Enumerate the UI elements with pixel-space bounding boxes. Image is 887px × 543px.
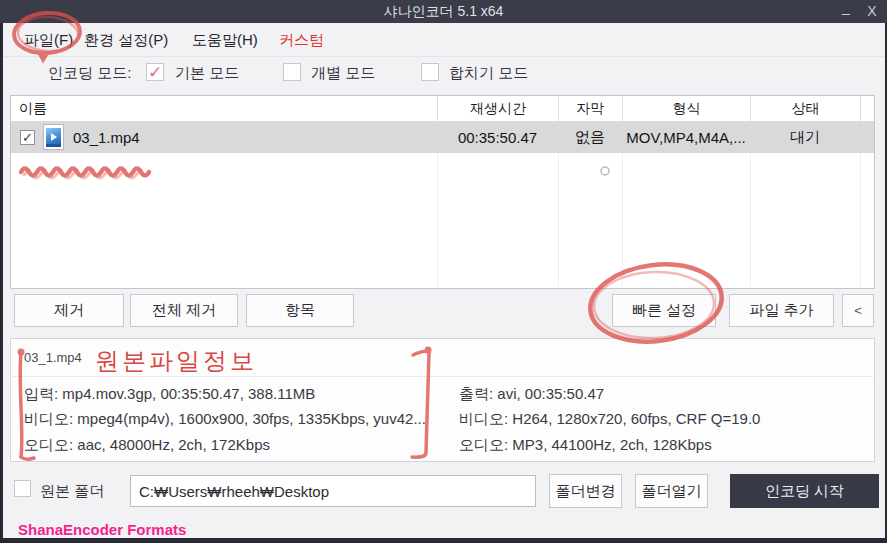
input-info-line: 입력: mp4.mov.3gp, 00:35:50.47, 388.11MB <box>24 385 315 404</box>
menu-settings[interactable]: 환경 설정(P) <box>84 31 168 50</box>
start-encoding-button[interactable]: 인코딩 시작 <box>730 474 879 508</box>
column-line <box>860 153 861 287</box>
open-folder-button[interactable]: 폴더열기 <box>635 474 708 508</box>
output-audio-line: 오디오: MP3, 44100Hz, 2ch, 128Kbps <box>459 436 712 455</box>
column-header-duration[interactable]: 재생시간 <box>437 96 558 121</box>
encoding-mode-label: 인코딩 모드: <box>48 64 131 83</box>
menu-custom[interactable]: 커스텀 <box>279 31 324 50</box>
file-name: 03_1.mp4 <box>73 129 140 146</box>
column-header-format[interactable]: 형식 <box>622 96 750 121</box>
row-checkbox[interactable] <box>20 130 35 145</box>
file-duration: 00:35:50.47 <box>437 121 558 153</box>
column-header-status[interactable]: 상태 <box>750 96 860 121</box>
remove-button[interactable]: 제거 <box>14 294 124 327</box>
column-line <box>622 153 623 287</box>
column-line <box>750 153 751 287</box>
source-folder-checkbox[interactable] <box>14 480 31 497</box>
item-button[interactable]: 항목 <box>246 294 354 327</box>
change-folder-button[interactable]: 폴더변경 <box>549 474 622 508</box>
output-video-line: 비디오: H264, 1280x720, 60fps, CRF Q=19.0 <box>459 410 760 429</box>
video-file-icon <box>43 124 64 150</box>
input-video-line: 비디오: mpeg4(mp4v), 1600x900, 30fps, 1335K… <box>24 410 426 429</box>
minimize-button[interactable]: _ <box>837 0 855 21</box>
individual-mode-checkbox[interactable] <box>283 63 301 81</box>
add-file-button[interactable]: 파일 추가 <box>729 294 834 327</box>
collapse-button[interactable]: < <box>842 294 874 327</box>
column-header-name[interactable]: 이름 <box>11 96 437 121</box>
menu-file[interactable]: 파일(F) <box>24 31 73 50</box>
merge-mode-label[interactable]: 합치기 모드 <box>449 64 528 83</box>
remove-all-button[interactable]: 전체 제거 <box>130 294 238 327</box>
quick-settings-button[interactable]: 빠른 설정 <box>612 294 716 327</box>
column-line <box>558 153 559 287</box>
status-bar-text: ShanaEncoder Formats <box>18 521 186 538</box>
column-header-subtitle[interactable]: 자막 <box>558 96 622 121</box>
title-bar: 샤나인코더 5.1 x64 _ X <box>0 0 887 23</box>
table-header-row: 이름 재생시간 자막 형식 상태 <box>11 96 874 121</box>
individual-mode-label[interactable]: 개별 모드 <box>311 64 375 83</box>
output-path-input[interactable] <box>130 475 536 507</box>
basic-mode-checkbox[interactable] <box>146 63 164 81</box>
shanaencoder-window: 샤나인코더 5.1 x64 _ X 파일(F) 환경 설정(P) 도움말(H) … <box>0 0 887 543</box>
input-audio-line: 오디오: aac, 48000Hz, 2ch, 172Kbps <box>24 436 270 455</box>
column-line <box>437 153 438 287</box>
file-format: MOV,MP4,M4A,... <box>622 121 750 153</box>
window-title: 샤나인코더 5.1 x64 <box>0 3 887 21</box>
merge-mode-checkbox[interactable] <box>421 63 439 81</box>
output-info-line: 출력: avi, 00:35:50.47 <box>459 385 604 404</box>
file-list-table: 이름 재생시간 자막 형식 상태 03_1.mp4 00:35:50.47 없음… <box>10 95 875 289</box>
close-button[interactable]: X <box>863 3 881 21</box>
menu-divider <box>3 56 885 57</box>
file-subtitle: 없음 <box>558 121 622 153</box>
basic-mode-label[interactable]: 기본 모드 <box>175 64 239 83</box>
original-file-info-annotation: 원본파일정보 <box>95 345 257 377</box>
info-filename: 03_1.mp4 <box>24 350 82 365</box>
table-row[interactable]: 03_1.mp4 00:35:50.47 없음 MOV,MP4,M4A,... … <box>11 121 874 153</box>
file-status: 대기 <box>750 121 860 153</box>
source-folder-label: 원본 폴더 <box>40 482 104 501</box>
menu-help[interactable]: 도움말(H) <box>192 31 258 50</box>
